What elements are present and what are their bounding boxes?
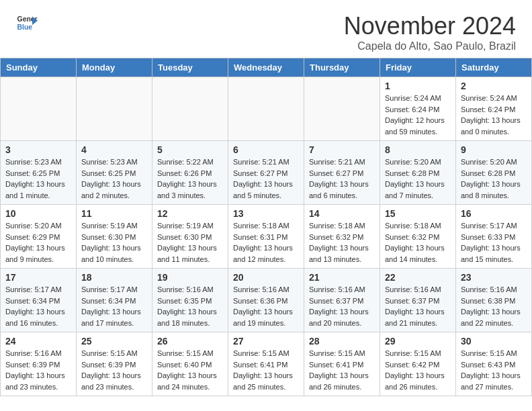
day-number: 11 bbox=[81, 208, 147, 219]
day-number: 4 bbox=[81, 144, 147, 155]
day-info: Sunrise: 5:15 AM Sunset: 6:43 PM Dayligh… bbox=[461, 348, 527, 392]
day-cell-4-4: 28Sunrise: 5:15 AM Sunset: 6:41 PM Dayli… bbox=[304, 332, 380, 396]
day-info: Sunrise: 5:18 AM Sunset: 6:32 PM Dayligh… bbox=[309, 220, 375, 265]
day-number: 6 bbox=[233, 144, 299, 155]
calendar-header-row: Sunday Monday Tuesday Wednesday Thursday… bbox=[1, 58, 532, 77]
day-info: Sunrise: 5:18 AM Sunset: 6:32 PM Dayligh… bbox=[385, 220, 451, 265]
day-cell-0-3 bbox=[228, 77, 304, 141]
day-info: Sunrise: 5:16 AM Sunset: 6:38 PM Dayligh… bbox=[461, 284, 527, 328]
day-number: 19 bbox=[157, 272, 223, 283]
day-info: Sunrise: 5:15 AM Sunset: 6:39 PM Dayligh… bbox=[81, 348, 147, 392]
day-cell-0-5: 1Sunrise: 5:24 AM Sunset: 6:24 PM Daylig… bbox=[380, 77, 456, 141]
day-number: 25 bbox=[81, 336, 147, 347]
day-number: 12 bbox=[157, 208, 223, 219]
day-cell-2-0: 10Sunrise: 5:20 AM Sunset: 6:29 PM Dayli… bbox=[1, 205, 77, 269]
day-number: 1 bbox=[385, 81, 451, 91]
day-info: Sunrise: 5:17 AM Sunset: 6:34 PM Dayligh… bbox=[81, 284, 147, 328]
day-cell-1-2: 5Sunrise: 5:22 AM Sunset: 6:26 PM Daylig… bbox=[152, 141, 228, 205]
logo-icon: General Blue bbox=[16, 12, 38, 34]
col-wednesday: Wednesday bbox=[228, 58, 304, 77]
day-info: Sunrise: 5:20 AM Sunset: 6:28 PM Dayligh… bbox=[461, 156, 527, 201]
day-cell-0-4 bbox=[304, 77, 380, 141]
title-section: November 2024 Capela do Alto, Sao Paulo,… bbox=[344, 12, 516, 52]
month-title: November 2024 bbox=[344, 12, 516, 40]
day-number: 9 bbox=[461, 144, 527, 155]
day-info: Sunrise: 5:21 AM Sunset: 6:27 PM Dayligh… bbox=[309, 156, 375, 201]
day-info: Sunrise: 5:21 AM Sunset: 6:27 PM Dayligh… bbox=[233, 156, 299, 201]
day-info: Sunrise: 5:22 AM Sunset: 6:26 PM Dayligh… bbox=[157, 156, 223, 201]
day-info: Sunrise: 5:23 AM Sunset: 6:25 PM Dayligh… bbox=[81, 156, 147, 201]
day-info: Sunrise: 5:23 AM Sunset: 6:25 PM Dayligh… bbox=[5, 156, 71, 201]
day-number: 18 bbox=[81, 272, 147, 283]
col-sunday: Sunday bbox=[1, 58, 77, 77]
day-cell-3-2: 19Sunrise: 5:16 AM Sunset: 6:35 PM Dayli… bbox=[152, 269, 228, 332]
day-number: 16 bbox=[461, 208, 527, 219]
day-cell-1-4: 7Sunrise: 5:21 AM Sunset: 6:27 PM Daylig… bbox=[304, 141, 380, 205]
day-cell-2-3: 13Sunrise: 5:18 AM Sunset: 6:31 PM Dayli… bbox=[228, 205, 304, 269]
day-info: Sunrise: 5:16 AM Sunset: 6:35 PM Dayligh… bbox=[157, 284, 223, 328]
day-info: Sunrise: 5:24 AM Sunset: 6:24 PM Dayligh… bbox=[385, 93, 451, 137]
day-cell-4-2: 26Sunrise: 5:15 AM Sunset: 6:40 PM Dayli… bbox=[152, 332, 228, 396]
day-cell-4-3: 27Sunrise: 5:15 AM Sunset: 6:41 PM Dayli… bbox=[228, 332, 304, 396]
day-cell-4-6: 30Sunrise: 5:15 AM Sunset: 6:43 PM Dayli… bbox=[456, 332, 532, 396]
day-info: Sunrise: 5:20 AM Sunset: 6:28 PM Dayligh… bbox=[385, 156, 451, 201]
day-info: Sunrise: 5:16 AM Sunset: 6:37 PM Dayligh… bbox=[309, 284, 375, 328]
svg-text:Blue: Blue bbox=[17, 24, 33, 31]
day-cell-1-6: 9Sunrise: 5:20 AM Sunset: 6:28 PM Daylig… bbox=[456, 141, 532, 205]
col-friday: Friday bbox=[380, 58, 456, 77]
day-number: 26 bbox=[157, 336, 223, 347]
col-saturday: Saturday bbox=[456, 58, 532, 77]
calendar-table: Sunday Monday Tuesday Wednesday Thursday… bbox=[0, 58, 532, 396]
day-cell-3-0: 17Sunrise: 5:17 AM Sunset: 6:34 PM Dayli… bbox=[1, 269, 77, 332]
day-cell-0-2 bbox=[152, 77, 228, 141]
day-cell-0-6: 2Sunrise: 5:24 AM Sunset: 6:24 PM Daylig… bbox=[456, 77, 532, 141]
day-number: 22 bbox=[385, 272, 451, 283]
week-row-5: 24Sunrise: 5:16 AM Sunset: 6:39 PM Dayli… bbox=[1, 332, 532, 396]
day-cell-3-6: 23Sunrise: 5:16 AM Sunset: 6:38 PM Dayli… bbox=[456, 269, 532, 332]
day-info: Sunrise: 5:16 AM Sunset: 6:36 PM Dayligh… bbox=[233, 284, 299, 328]
week-row-2: 3Sunrise: 5:23 AM Sunset: 6:25 PM Daylig… bbox=[1, 141, 532, 205]
day-info: Sunrise: 5:16 AM Sunset: 6:37 PM Dayligh… bbox=[385, 284, 451, 328]
day-info: Sunrise: 5:17 AM Sunset: 6:33 PM Dayligh… bbox=[461, 220, 527, 265]
day-number: 28 bbox=[309, 336, 375, 347]
week-row-1: 1Sunrise: 5:24 AM Sunset: 6:24 PM Daylig… bbox=[1, 77, 532, 141]
week-row-3: 10Sunrise: 5:20 AM Sunset: 6:29 PM Dayli… bbox=[1, 205, 532, 269]
day-cell-1-1: 4Sunrise: 5:23 AM Sunset: 6:25 PM Daylig… bbox=[77, 141, 152, 205]
day-number: 15 bbox=[385, 208, 451, 219]
day-number: 23 bbox=[461, 272, 527, 283]
week-row-4: 17Sunrise: 5:17 AM Sunset: 6:34 PM Dayli… bbox=[1, 269, 532, 332]
day-cell-2-1: 11Sunrise: 5:19 AM Sunset: 6:30 PM Dayli… bbox=[77, 205, 152, 269]
day-number: 30 bbox=[461, 336, 527, 347]
logo: General Blue bbox=[16, 12, 38, 34]
day-number: 10 bbox=[5, 208, 71, 219]
day-cell-3-5: 22Sunrise: 5:16 AM Sunset: 6:37 PM Dayli… bbox=[380, 269, 456, 332]
day-info: Sunrise: 5:19 AM Sunset: 6:30 PM Dayligh… bbox=[81, 220, 147, 265]
day-number: 21 bbox=[309, 272, 375, 283]
day-cell-3-4: 21Sunrise: 5:16 AM Sunset: 6:37 PM Dayli… bbox=[304, 269, 380, 332]
day-info: Sunrise: 5:15 AM Sunset: 6:41 PM Dayligh… bbox=[309, 348, 375, 392]
day-info: Sunrise: 5:19 AM Sunset: 6:30 PM Dayligh… bbox=[157, 220, 223, 265]
day-number: 17 bbox=[5, 272, 71, 283]
day-number: 3 bbox=[5, 144, 71, 155]
day-cell-2-6: 16Sunrise: 5:17 AM Sunset: 6:33 PM Dayli… bbox=[456, 205, 532, 269]
day-info: Sunrise: 5:18 AM Sunset: 6:31 PM Dayligh… bbox=[233, 220, 299, 265]
col-tuesday: Tuesday bbox=[152, 58, 228, 77]
day-cell-2-2: 12Sunrise: 5:19 AM Sunset: 6:30 PM Dayli… bbox=[152, 205, 228, 269]
day-number: 20 bbox=[233, 272, 299, 283]
day-cell-1-3: 6Sunrise: 5:21 AM Sunset: 6:27 PM Daylig… bbox=[228, 141, 304, 205]
day-number: 27 bbox=[233, 336, 299, 347]
day-info: Sunrise: 5:16 AM Sunset: 6:39 PM Dayligh… bbox=[5, 348, 71, 392]
day-cell-4-1: 25Sunrise: 5:15 AM Sunset: 6:39 PM Dayli… bbox=[77, 332, 152, 396]
col-monday: Monday bbox=[77, 58, 152, 77]
day-cell-1-5: 8Sunrise: 5:20 AM Sunset: 6:28 PM Daylig… bbox=[380, 141, 456, 205]
day-cell-3-3: 20Sunrise: 5:16 AM Sunset: 6:36 PM Dayli… bbox=[228, 269, 304, 332]
day-cell-2-5: 15Sunrise: 5:18 AM Sunset: 6:32 PM Dayli… bbox=[380, 205, 456, 269]
day-cell-3-1: 18Sunrise: 5:17 AM Sunset: 6:34 PM Dayli… bbox=[77, 269, 152, 332]
day-number: 8 bbox=[385, 144, 451, 155]
col-thursday: Thursday bbox=[304, 58, 380, 77]
day-cell-2-4: 14Sunrise: 5:18 AM Sunset: 6:32 PM Dayli… bbox=[304, 205, 380, 269]
day-number: 29 bbox=[385, 336, 451, 347]
day-info: Sunrise: 5:17 AM Sunset: 6:34 PM Dayligh… bbox=[5, 284, 71, 328]
day-info: Sunrise: 5:24 AM Sunset: 6:24 PM Dayligh… bbox=[461, 93, 527, 137]
day-number: 7 bbox=[309, 144, 375, 155]
